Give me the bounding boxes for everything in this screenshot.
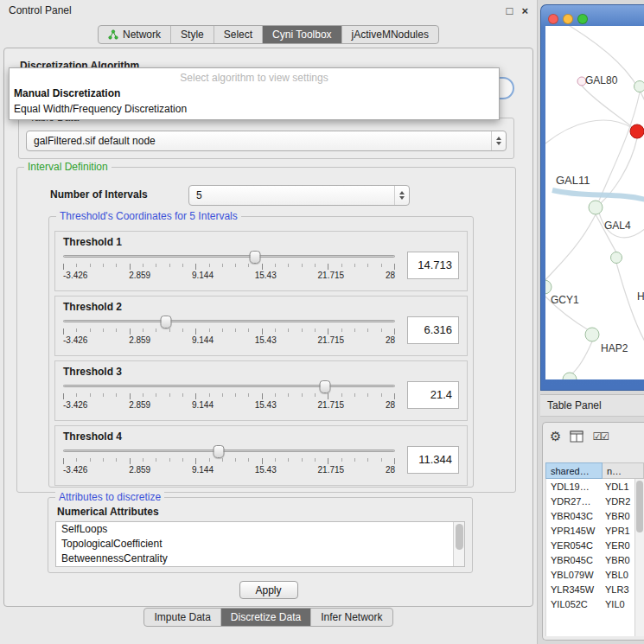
scale-tick: 21.715	[318, 335, 345, 345]
close-window-icon[interactable]	[548, 14, 558, 24]
slider-track-area[interactable]	[63, 379, 395, 393]
algorithm-dropdown-popup: Select algorithm to view settings Manual…	[9, 67, 500, 120]
table-row[interactable]: YBR045CYBR0	[546, 552, 634, 567]
scale-tick: 21.715	[318, 271, 345, 280]
list-scrollbar[interactable]	[453, 522, 464, 566]
bottom-tabbar: Impute Data Discretize Data Infer Networ…	[143, 608, 392, 627]
list-item[interactable]: SelfLoops	[56, 522, 464, 537]
slider-track-area[interactable]	[63, 315, 395, 328]
minimize-window-icon[interactable]	[563, 14, 573, 24]
threshold-1-value-field[interactable]: 14.713	[407, 252, 459, 279]
window-buttons: □ ×	[507, 5, 528, 16]
network-node-selected[interactable]	[630, 124, 644, 138]
column-header-name[interactable]: n…	[603, 462, 644, 479]
network-node[interactable]	[611, 252, 622, 264]
table-row[interactable]: YLR345WYLR3	[546, 582, 634, 596]
list-item[interactable]: BetweennessCentrality	[56, 552, 464, 566]
network-node[interactable]	[585, 328, 599, 341]
tab-infer-network-label: Infer Network	[321, 611, 382, 623]
tab-discretize-data[interactable]: Discretize Data	[220, 609, 310, 626]
table-row[interactable]: YBR043CYBR0	[546, 508, 634, 523]
table-data-combobox[interactable]: galFiltered.sif default node	[26, 131, 507, 151]
highlighted-edge[interactable]	[552, 190, 644, 201]
network-icon	[108, 29, 118, 40]
slider-track[interactable]	[63, 255, 395, 258]
float-window-icon[interactable]: □	[507, 5, 513, 16]
scale-tick: 15.43	[255, 271, 277, 280]
attributes-group-label: Attributes to discretize	[55, 491, 164, 503]
slider-handle[interactable]	[320, 380, 331, 393]
tab-infer-network[interactable]: Infer Network	[310, 609, 392, 626]
tab-jactivemnodules[interactable]: jActiveMNodules	[341, 26, 438, 43]
tab-cyni-toolbox-label: Cyni Toolbox	[272, 29, 331, 41]
zoom-window-icon[interactable]	[577, 14, 588, 24]
network-node[interactable]	[634, 81, 644, 92]
network-canvas[interactable]: GAL80 GAL11 GAL4 GCY1 HAP2 H	[545, 26, 644, 379]
slider-ticks	[63, 458, 395, 464]
slider-track[interactable]	[63, 450, 395, 452]
scale-tick: 9.144	[192, 400, 214, 410]
scale-tick: 15.43	[255, 400, 277, 410]
table-panel-title: Table Panel	[547, 399, 602, 411]
slider-track-area[interactable]	[63, 250, 395, 264]
network-node[interactable]	[589, 201, 603, 214]
control-panel-window: Control Panel □ × Network Style Select C…	[0, 0, 538, 644]
table-scrollbar[interactable]	[634, 479, 644, 636]
scale-tick: 9.144	[192, 465, 214, 475]
scale-tick: -3.426	[63, 400, 87, 410]
network-node[interactable]	[545, 280, 552, 294]
combo-arrows-icon	[394, 186, 409, 205]
slider-handle[interactable]	[161, 316, 172, 328]
tab-style[interactable]: Style	[170, 26, 214, 43]
tab-select-label: Select	[224, 29, 252, 41]
table-row[interactable]: YIL052CYIL0	[546, 596, 634, 611]
slider-handle[interactable]	[214, 445, 225, 458]
node-label: GAL4	[604, 220, 631, 232]
list-item[interactable]: TopologicalCoefficient	[56, 537, 464, 552]
slider-track[interactable]	[63, 385, 395, 387]
network-node[interactable]	[563, 373, 577, 379]
select-columns-icon[interactable]: ☑☑	[592, 430, 608, 443]
tab-discretize-data-label: Discretize Data	[231, 611, 301, 623]
threshold-3-value-field[interactable]: 21.4	[407, 381, 459, 409]
threshold-1-slider: -3.4262.8599.14415.4321.71528	[63, 250, 395, 280]
number-of-intervals-combobox[interactable]: 5	[188, 185, 410, 206]
cell: YER0	[601, 540, 634, 551]
tab-impute-data[interactable]: Impute Data	[144, 609, 220, 626]
tab-cyni-toolbox[interactable]: Cyni Toolbox	[262, 26, 341, 43]
threshold-2-value-field[interactable]: 6.316	[407, 316, 459, 344]
scale-tick: 15.43	[255, 465, 277, 475]
scale-tick: 2.859	[129, 271, 150, 280]
tab-network[interactable]: Network	[99, 26, 170, 43]
slider-track[interactable]	[63, 320, 395, 322]
table-row[interactable]: YBL079WYBL0	[546, 567, 634, 582]
dropdown-option-equal-width[interactable]: Equal Width/Frequency Discretization	[10, 101, 499, 117]
tab-select[interactable]: Select	[214, 26, 262, 43]
table-row[interactable]: YDL19…YDL1	[546, 479, 634, 494]
table-row[interactable]: YER054CYER0	[546, 538, 634, 552]
threshold-2-box: Threshold 2 -3.4262.8599.14415.4321.7152…	[54, 296, 468, 356]
scrollbar-thumb[interactable]	[456, 524, 463, 550]
cyni-toolbox-panel: Discretization Algorithm Table Data galF…	[3, 48, 533, 607]
number-of-intervals-label: Number of Intervals	[50, 188, 148, 201]
gear-icon[interactable]: ⚙	[550, 430, 561, 443]
columns-icon[interactable]	[570, 430, 583, 443]
tab-impute-data-label: Impute Data	[154, 611, 210, 623]
dropdown-option-manual-discretization[interactable]: Manual Discretization	[10, 86, 499, 101]
apply-button[interactable]: Apply	[239, 581, 298, 599]
threshold-4-value-field[interactable]: 11.344	[407, 446, 459, 474]
slider-track-area[interactable]	[63, 444, 395, 458]
cell: YLR345W	[546, 584, 601, 595]
slider-handle[interactable]	[249, 251, 260, 264]
table-row[interactable]: YDR27…YDR2	[546, 494, 634, 508]
cell: YBR045C	[546, 555, 601, 565]
slider-scale: -3.4262.8599.14415.4321.71528	[63, 465, 395, 475]
slider-scale: -3.4262.8599.14415.4321.71528	[63, 271, 395, 280]
scrollbar-thumb[interactable]	[636, 481, 643, 532]
close-icon[interactable]: ×	[521, 5, 528, 16]
node-label: GAL80	[585, 74, 617, 86]
control-panel-titlebar: Control Panel □ ×	[0, 0, 537, 21]
top-tabbar: Network Style Select Cyni Toolbox jActiv…	[98, 25, 439, 44]
table-row[interactable]: YPR145WYPR1	[546, 523, 634, 538]
column-header-shared-name[interactable]: shared…	[545, 462, 603, 479]
